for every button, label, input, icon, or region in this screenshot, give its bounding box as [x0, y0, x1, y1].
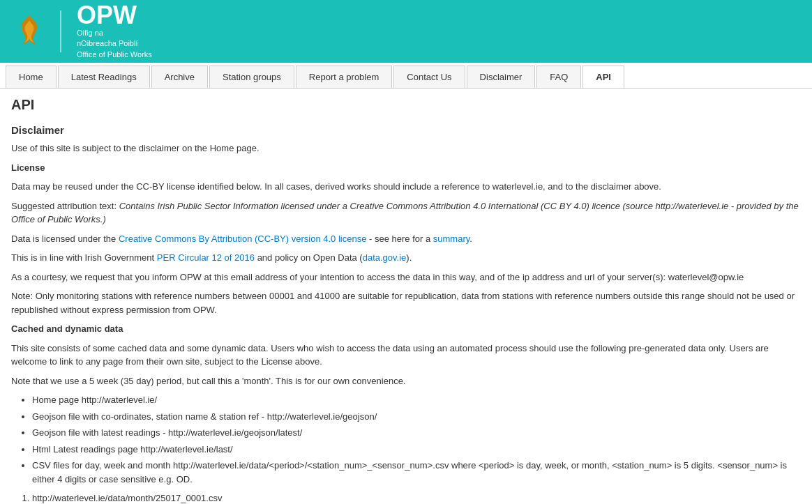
list-item: Geojson file with latest readings - http… — [32, 426, 801, 440]
list-item: CSV files for day, week and month http:/… — [32, 459, 801, 486]
nav-item-disclaimer[interactable]: Disclaimer — [467, 66, 536, 88]
datagov-link[interactable]: data.gov.ie — [363, 252, 407, 263]
cached-heading: Cached and dynamic data — [11, 323, 123, 334]
header-divider — [60, 10, 61, 52]
numbered-item: http://waterlevel.ie/data/month/25017_00… — [32, 491, 801, 504]
attribution-label: Suggested attribution text: — [11, 201, 116, 211]
nav-item-report-problem[interactable]: Report a problem — [296, 66, 392, 88]
govt-text-before: This is in line with Irish Government — [11, 252, 154, 263]
govt-text-middle: and policy on Open Data ( — [257, 252, 363, 263]
nav-item-station-groups[interactable]: Station groups — [209, 66, 294, 88]
opw-logo-icon — [14, 14, 45, 49]
list-item: Html Latest readings page http://waterle… — [32, 443, 801, 457]
page-content: API Disclaimer Use of this site is subje… — [0, 89, 812, 504]
logo-area: OPW Oifig na nOibreacha Poiblí Office of… — [14, 3, 152, 60]
courtesy-text: As a courtesy, we request that you infor… — [11, 270, 801, 284]
attribution-italic: Contains Irish Public Sector Information… — [11, 201, 799, 225]
opw-subtitle-label: Oifig na nOibreacha Poiblí Office of Pub… — [77, 28, 152, 60]
note-text: Note: Only monitoring stations with refe… — [11, 289, 801, 316]
nav-item-api[interactable]: API — [582, 66, 624, 88]
license-heading: License — [11, 162, 45, 173]
page-title: API — [11, 97, 801, 113]
cached-list: Home page http://waterlevel.ie/ Geojson … — [32, 393, 801, 486]
govt-paragraph: This is in line with Irish Government PE… — [11, 251, 801, 265]
attribution-paragraph: Suggested attribution text: Contains Iri… — [11, 199, 801, 227]
cc-text-before: Data is licensed under the — [11, 234, 116, 244]
license-text: Data may be reused under the CC-BY licen… — [11, 180, 801, 194]
week-note: Note that we use a 5 week (35 day) perio… — [11, 374, 801, 388]
cached-text: This site consists of some cached data a… — [11, 342, 801, 369]
cc-license-paragraph: Data is licensed under the Creative Comm… — [11, 232, 801, 246]
cc-summary-link[interactable]: summary — [433, 234, 469, 244]
disclaimer-heading: Disclaimer — [11, 124, 801, 136]
nav-item-archive[interactable]: Archive — [151, 66, 208, 88]
disclaimer-text: Use of this site is subject to the discl… — [11, 142, 801, 155]
nav-item-contact-us[interactable]: Contact Us — [393, 66, 465, 88]
nav-item-home[interactable]: Home — [6, 66, 57, 88]
cc-license-link[interactable]: Creative Commons By Attribution (CC-BY) … — [119, 234, 366, 244]
list-item: Home page http://waterlevel.ie/ — [32, 393, 801, 407]
opw-brand-label: OPW — [77, 3, 152, 28]
header: OPW Oifig na nOibreacha Poiblí Office of… — [0, 0, 812, 63]
navbar: Home Latest Readings Archive Station gro… — [0, 63, 812, 89]
numbered-list: http://waterlevel.ie/data/month/25017_00… — [32, 491, 801, 504]
per-circular-link[interactable]: PER Circular 12 of 2016 — [157, 252, 255, 263]
list-item: Geojson file with co-ordinates, station … — [32, 410, 801, 424]
header-text-block: OPW Oifig na nOibreacha Poiblí Office of… — [77, 3, 152, 60]
nav-item-latest-readings[interactable]: Latest Readings — [58, 66, 150, 88]
nav-item-faq[interactable]: FAQ — [536, 66, 581, 88]
cc-text-middle: - see here for a — [369, 234, 430, 244]
